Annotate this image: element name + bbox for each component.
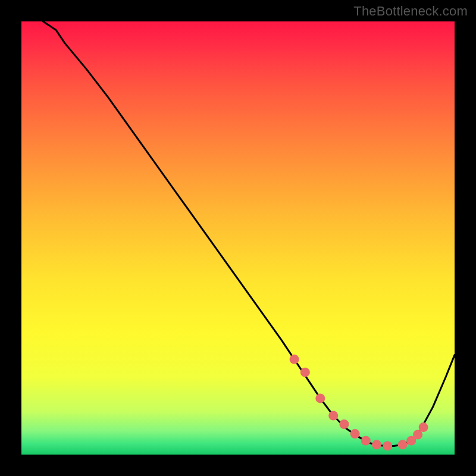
chart-frame: TheBottleneck.com (0, 0, 476, 476)
marker-dot (361, 436, 371, 446)
marker-dot (419, 422, 428, 432)
gradient-background (21, 21, 455, 455)
marker-dot (350, 429, 360, 439)
watermark-text: TheBottleneck.com (353, 4, 468, 19)
marker-dot (315, 393, 325, 403)
marker-dot (383, 441, 392, 450)
marker-dot (300, 368, 310, 377)
plot-area (21, 21, 455, 455)
marker-dot (398, 440, 408, 449)
chart-svg (21, 21, 455, 455)
marker-dot (339, 419, 349, 429)
marker-dot (328, 411, 338, 421)
marker-dot (372, 440, 381, 449)
marker-dot (290, 355, 299, 364)
